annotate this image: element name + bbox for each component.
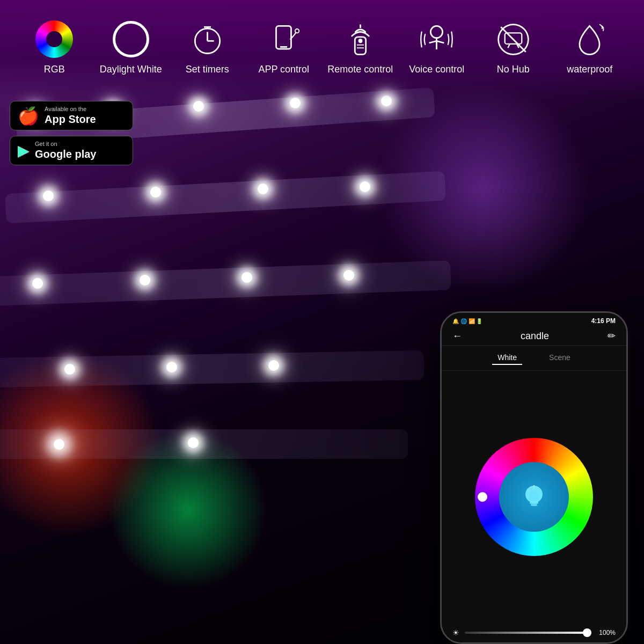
svg-point-12 [431, 26, 443, 38]
rgb-icon [34, 19, 75, 60]
feature-label-waterproof: waterproof [567, 64, 612, 75]
white-circle-icon [113, 21, 149, 57]
app-control-icon [264, 19, 304, 60]
led-dot [268, 360, 279, 371]
voice-control-icon [416, 19, 457, 60]
color-wheel-container [442, 371, 626, 623]
brightness-track[interactable] [465, 632, 591, 634]
phone-status-bar: 🔔 🌐 📶 🔋 4:16 PM [442, 313, 626, 327]
led-dot [32, 278, 43, 289]
phone-container: 🔔 🌐 📶 🔋 4:16 PM ← candle ✏ White Scene [440, 311, 628, 644]
brightness-row: ☀ 100% [442, 623, 626, 642]
led-dot [193, 101, 204, 112]
led-dot [290, 98, 301, 108]
led-strip-3 [0, 260, 451, 306]
bulb-icon [518, 481, 550, 513]
app-store-text: Available on the App Store [45, 106, 96, 126]
feature-item-voice-control: Voice control [399, 19, 475, 75]
phone-screen-title: candle [462, 331, 608, 342]
feature-label-remote-control: Remote control [327, 64, 393, 75]
main-container: RGB Daylight White Set timers [0, 0, 644, 644]
feature-item-no-hub: No Hub [475, 19, 552, 75]
phone-status-left: 🔔 🌐 📶 🔋 [452, 318, 482, 324]
feature-item-rgb: RGB [16, 19, 93, 75]
apple-icon: 🍎 [18, 107, 39, 125]
feature-item-remote-control: Remote control [322, 19, 399, 75]
feature-item-waterproof: waterproof [552, 19, 628, 75]
color-wheel[interactable] [475, 438, 593, 556]
app-store-title: App Store [45, 113, 96, 126]
phone-screen: 🔔 🌐 📶 🔋 4:16 PM ← candle ✏ White Scene [442, 313, 626, 642]
led-strip-4 [0, 350, 424, 387]
led-dot [166, 362, 177, 372]
phone-edit-button[interactable]: ✏ [608, 330, 616, 342]
svg-rect-5 [276, 26, 291, 49]
phone-time: 4:16 PM [591, 317, 616, 325]
app-store-badge[interactable]: 🍎 Available on the App Store [10, 101, 133, 130]
feature-label-rgb: RGB [44, 64, 65, 75]
phone-tab-scene[interactable]: Scene [544, 351, 576, 365]
rgb-circle-icon [35, 20, 73, 58]
waterproof-icon [569, 19, 610, 60]
led-dot [64, 364, 75, 375]
feature-item-set-timers: Set timers [169, 19, 246, 75]
feature-label-no-hub: No Hub [497, 64, 530, 75]
google-play-subtitle: Get it on [35, 141, 96, 148]
google-play-text: Get it on Google play [35, 141, 96, 160]
svg-rect-22 [530, 501, 538, 504]
feature-bar: RGB Daylight White Set timers [0, 0, 644, 99]
led-dot [188, 437, 199, 448]
svg-point-7 [295, 29, 299, 33]
led-dot [150, 187, 161, 197]
led-dot [258, 184, 268, 194]
brightness-value: 100% [597, 629, 616, 636]
phone-nav-bar: ← candle ✏ [442, 327, 626, 346]
feature-label-daylight-white: Daylight White [100, 64, 162, 75]
led-dot [54, 439, 64, 450]
brightness-low-icon: ☀ [452, 628, 459, 637]
color-picker-dot[interactable] [478, 492, 487, 502]
app-store-subtitle: Available on the [45, 106, 96, 113]
led-dot [43, 191, 54, 201]
feature-label-voice-control: Voice control [409, 64, 464, 75]
phone-body: 🔔 🌐 📶 🔋 4:16 PM ← candle ✏ White Scene [440, 311, 628, 644]
svg-point-9 [358, 39, 362, 42]
brightness-thumb[interactable] [583, 628, 591, 637]
svg-rect-23 [531, 504, 537, 506]
led-dot [140, 275, 150, 286]
remote-control-icon [340, 19, 380, 60]
color-wheel-wrapper [475, 438, 593, 556]
phone-back-button[interactable]: ← [452, 331, 462, 342]
google-play-badge[interactable]: ▶ Get it on Google play [10, 136, 133, 165]
phone-tab-white[interactable]: White [492, 351, 522, 365]
no-hub-icon [493, 19, 533, 60]
svg-line-15 [437, 41, 444, 43]
google-play-title: Google play [35, 148, 96, 160]
feature-item-daylight-white: Daylight White [93, 19, 170, 75]
feature-item-app-control: APP control [246, 19, 323, 75]
daylight-white-icon [111, 19, 151, 60]
led-dot [241, 272, 252, 283]
google-play-icon: ▶ [18, 143, 30, 158]
badges-container: 🍎 Available on the App Store ▶ Get it on… [10, 101, 133, 165]
led-dot [343, 270, 354, 281]
led-strip-2 [5, 171, 446, 224]
phone-tabs: White Scene [442, 346, 626, 371]
feature-label-set-timers: Set timers [186, 64, 229, 75]
feature-label-app-control: APP control [258, 64, 309, 75]
led-dot [360, 181, 370, 192]
color-wheel-inner [499, 462, 569, 532]
svg-line-14 [429, 41, 437, 43]
set-timers-icon [187, 19, 228, 60]
